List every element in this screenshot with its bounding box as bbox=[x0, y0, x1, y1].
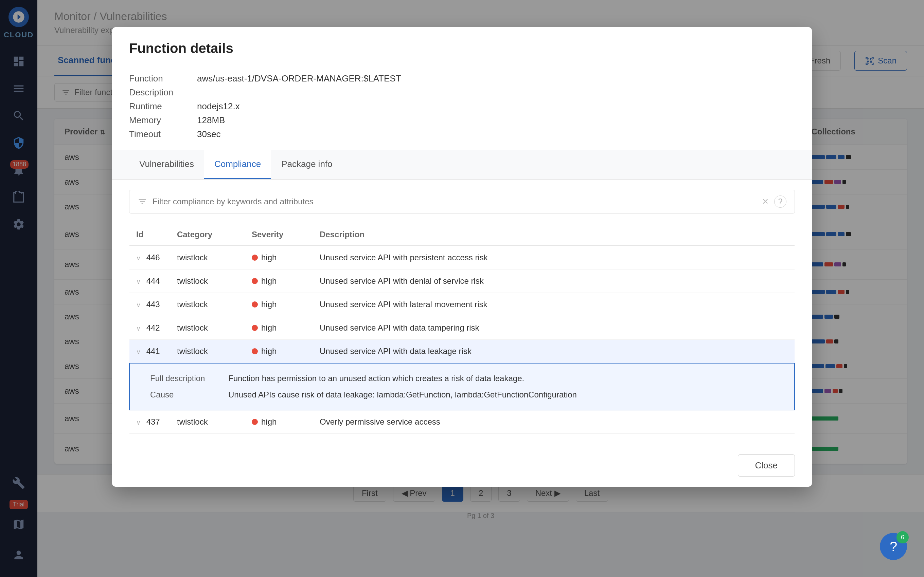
compliance-row[interactable]: ∨ 444 twistlock high Unused service API … bbox=[129, 269, 795, 293]
col-id: Id bbox=[129, 224, 170, 246]
cell-severity: high bbox=[245, 293, 313, 316]
severity-dot bbox=[252, 301, 258, 308]
severity-value: high bbox=[261, 323, 276, 333]
help-bubble[interactable]: 6 ? bbox=[880, 533, 907, 560]
row-chevron[interactable]: ∨ bbox=[136, 348, 141, 355]
cell-id: ∨ 437 bbox=[129, 410, 170, 434]
modal-footer: Close bbox=[112, 444, 812, 487]
modal-body: ✕ ? Id Category Severity Description ∨ 4… bbox=[112, 179, 812, 444]
meta-timeout-label: Timeout bbox=[129, 129, 190, 140]
cell-severity: high bbox=[245, 246, 313, 269]
compliance-row[interactable]: ∨ 441 twistlock high Unused service API … bbox=[129, 340, 795, 364]
cell-description: Unused service API with lateral movement… bbox=[313, 293, 795, 316]
modal-tabs: Vulnerabilities Compliance Package info bbox=[112, 150, 812, 179]
meta-timeout-value: 30sec bbox=[197, 129, 795, 140]
cell-severity: high bbox=[245, 410, 313, 434]
severity-value: high bbox=[261, 300, 276, 309]
cell-id: ∨ 442 bbox=[129, 316, 170, 340]
compliance-filter-bar[interactable]: ✕ ? bbox=[129, 190, 795, 213]
cell-category: twistlock bbox=[170, 316, 245, 340]
meta-function-label: Function bbox=[129, 73, 190, 84]
cell-category: twistlock bbox=[170, 246, 245, 269]
col-description: Description bbox=[313, 224, 795, 246]
cell-severity: high bbox=[245, 316, 313, 340]
row-chevron[interactable]: ∨ bbox=[136, 255, 141, 262]
severity-dot bbox=[252, 255, 258, 261]
modal-meta: Function aws/us-east-1/DVSA-ORDER-MANAGE… bbox=[112, 63, 812, 150]
cell-id: ∨ 444 bbox=[129, 269, 170, 293]
cell-description: Unused service API with persistent acces… bbox=[313, 246, 795, 269]
modal-header: Function details bbox=[112, 27, 812, 63]
cell-description: Overly permissive service access bbox=[313, 410, 795, 434]
cell-description: Unused service API with data leakage ris… bbox=[313, 340, 795, 364]
meta-memory-value: 128MB bbox=[197, 115, 795, 126]
tab-compliance[interactable]: Compliance bbox=[204, 150, 271, 179]
meta-function-value: aws/us-east-1/DVSA-ORDER-MANAGER:$LATEST bbox=[197, 73, 795, 84]
filter-help[interactable]: ? bbox=[774, 195, 787, 208]
cell-id: ∨ 446 bbox=[129, 246, 170, 269]
meta-description-value bbox=[197, 87, 795, 98]
cell-id: ∨ 443 bbox=[129, 293, 170, 316]
compliance-expanded-row: Full description Function has permission… bbox=[129, 363, 795, 410]
cell-description: Unused service API with denial of servic… bbox=[313, 269, 795, 293]
severity-value: high bbox=[261, 417, 276, 427]
close-button[interactable]: Close bbox=[738, 455, 795, 477]
modal: Function details Function aws/us-east-1/… bbox=[112, 27, 812, 487]
exp-cause-value: Unused APIs cause risk of data leakage: … bbox=[228, 390, 774, 400]
cell-category: twistlock bbox=[170, 269, 245, 293]
help-count: 6 bbox=[897, 531, 909, 543]
meta-runtime-value: nodejs12.x bbox=[197, 101, 795, 112]
row-chevron[interactable]: ∨ bbox=[136, 278, 141, 285]
compliance-filter-input[interactable] bbox=[152, 197, 756, 206]
cell-id: ∨ 441 bbox=[129, 340, 170, 364]
row-chevron[interactable]: ∨ bbox=[136, 419, 141, 426]
compliance-row[interactable]: ∨ 446 twistlock high Unused service API … bbox=[129, 246, 795, 269]
meta-description-label: Description bbox=[129, 87, 190, 98]
help-label: ? bbox=[890, 539, 897, 554]
severity-dot bbox=[252, 278, 258, 284]
meta-memory-label: Memory bbox=[129, 115, 190, 126]
cell-category: twistlock bbox=[170, 410, 245, 434]
tab-vulnerabilities[interactable]: Vulnerabilities bbox=[129, 150, 204, 179]
modal-title: Function details bbox=[129, 41, 795, 56]
compliance-row[interactable]: ∨ 442 twistlock high Unused service API … bbox=[129, 316, 795, 340]
tab-package-info[interactable]: Package info bbox=[271, 150, 342, 179]
severity-value: high bbox=[261, 253, 276, 263]
severity-dot bbox=[252, 325, 258, 331]
filter-clear[interactable]: ✕ bbox=[762, 197, 769, 206]
cell-severity: high bbox=[245, 340, 313, 364]
exp-full-desc-value: Function has permission to an unused act… bbox=[228, 374, 774, 383]
row-chevron[interactable]: ∨ bbox=[136, 302, 141, 308]
cell-category: twistlock bbox=[170, 340, 245, 364]
compliance-row[interactable]: ∨ 437 twistlock high Overly permissive s… bbox=[129, 410, 795, 434]
severity-value: high bbox=[261, 347, 276, 356]
cell-description: Unused service API with data tampering r… bbox=[313, 316, 795, 340]
meta-runtime-label: Runtime bbox=[129, 101, 190, 112]
compliance-table: Id Category Severity Description ∨ 446 t… bbox=[129, 224, 795, 434]
cell-category: twistlock bbox=[170, 293, 245, 316]
exp-cause-label: Cause bbox=[150, 390, 218, 400]
col-category: Category bbox=[170, 224, 245, 246]
exp-full-desc-label: Full description bbox=[150, 374, 218, 383]
compliance-row[interactable]: ∨ 443 twistlock high Unused service API … bbox=[129, 293, 795, 316]
row-chevron[interactable]: ∨ bbox=[136, 325, 141, 332]
modal-overlay: Function details Function aws/us-east-1/… bbox=[0, 0, 924, 577]
severity-dot bbox=[252, 419, 258, 425]
severity-dot bbox=[252, 348, 258, 355]
col-severity: Severity bbox=[245, 224, 313, 246]
cell-severity: high bbox=[245, 269, 313, 293]
severity-value: high bbox=[261, 276, 276, 286]
